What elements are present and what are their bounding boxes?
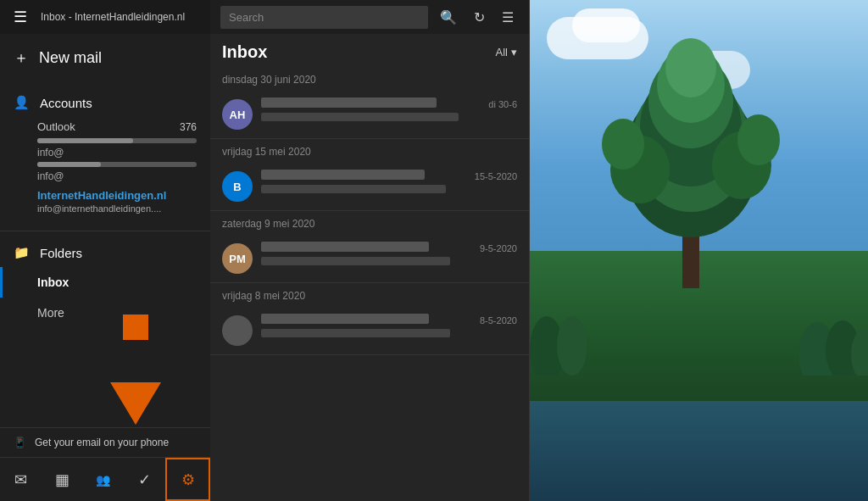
filter-icon: ☰ — [502, 10, 514, 25]
distant-trees — [530, 308, 868, 376]
accounts-label: Accounts — [40, 96, 92, 110]
avatar-4 — [222, 315, 253, 346]
mail-nav-icon: ✉ — [14, 470, 27, 489]
outlook-progress-bar — [37, 138, 197, 143]
bottom-nav: ✉ ▦ 👥 ✓ ⚙ — [0, 457, 210, 501]
calendar-nav-icon: ▦ — [55, 470, 70, 489]
sidebar-bottom: 📱 Get your email on your phone ✉ ▦ 👥 ✓ ⚙ — [0, 427, 210, 501]
info1-bar-fill — [37, 162, 101, 167]
mail-item-1[interactable]: AH di 30-6 — [210, 89, 529, 139]
nav-people-button[interactable]: 👥 — [83, 458, 125, 501]
outlook-name: Outlook — [37, 120, 75, 133]
arrow-overlay — [110, 359, 161, 425]
mail-date-1: di 30-6 — [488, 99, 517, 109]
accounts-section: 👤 Accounts Outlook 376 info@ info@ Inter… — [0, 81, 210, 224]
folders-label: Folders — [40, 246, 82, 260]
date-label-2: vrijdag 15 mei 2020 — [222, 146, 311, 158]
chevron-down-icon: ▾ — [511, 46, 517, 58]
folders-header[interactable]: 📁 Folders — [0, 238, 210, 267]
filter-label: All — [496, 46, 508, 58]
phone-icon: 📱 — [14, 437, 26, 448]
more-label: More — [37, 306, 64, 320]
outlook-badge: 376 — [180, 121, 197, 133]
mail-content-2 — [261, 170, 466, 193]
date-label-1: dinsdag 30 juni 2020 — [222, 74, 316, 86]
mail-body-bar-3 — [261, 257, 450, 265]
avatar-2: B — [222, 171, 253, 202]
avatar-1: AH — [222, 99, 253, 130]
outlook-account-item[interactable]: Outlook 376 — [0, 117, 210, 136]
filter-button[interactable]: ☰ — [497, 6, 519, 29]
mail-body-bar-4 — [261, 329, 450, 337]
tree-svg — [598, 34, 784, 305]
window-title: Inbox - InternetHandleidingen.nl — [41, 11, 185, 23]
mail-body-bar-2 — [261, 185, 446, 193]
date-label-3: zaterdag 9 mei 2020 — [222, 218, 314, 230]
mail-subject-bar-4 — [261, 314, 429, 324]
date-label-4: vrijdag 8 mei 2020 — [222, 290, 305, 302]
search-icon: 🔍 — [440, 10, 457, 25]
svg-point-10 — [737, 114, 780, 165]
inbox-title: Inbox — [222, 42, 267, 62]
background-image — [530, 0, 868, 501]
mail-subject-bar-1 — [261, 97, 437, 108]
mail-panel: 🔍 ↻ ☰ Inbox All ▾ dinsdag 30 juni 2020 A… — [210, 0, 530, 501]
date-separator-1: dinsdag 30 juni 2020 — [210, 67, 529, 89]
svg-point-9 — [602, 119, 644, 170]
info-email-2[interactable]: info@ — [0, 169, 210, 184]
info-email-1[interactable]: info@ — [0, 145, 210, 160]
svg-point-12 — [557, 316, 587, 376]
refresh-icon: ↻ — [474, 10, 485, 25]
mail-item-2[interactable]: B 15-5-2020 — [210, 161, 529, 211]
new-mail-button[interactable]: ＋ New mail — [0, 34, 210, 81]
tasks-nav-icon: ✓ — [138, 470, 151, 489]
avatar-3: PM — [222, 243, 253, 274]
search-input[interactable] — [220, 6, 428, 29]
mail-list: dinsdag 30 juni 2020 AH di 30-6 vrijdag … — [210, 67, 529, 501]
inbox-label: Inbox — [37, 276, 69, 289]
svg-point-6 — [665, 38, 716, 97]
accounts-person-icon: 👤 — [14, 95, 30, 110]
new-mail-icon: ＋ — [14, 47, 29, 68]
get-phone-row[interactable]: 📱 Get your email on your phone — [0, 428, 210, 457]
hamburger-button[interactable]: ☰ — [10, 4, 31, 30]
folders-icon: 📁 — [14, 245, 30, 260]
mail-content-3 — [261, 242, 471, 265]
mail-date-2: 15-5-2020 — [475, 171, 517, 181]
nav-tasks-button[interactable]: ✓ — [124, 458, 165, 501]
mail-body-bar-1 — [261, 113, 459, 121]
nav-calendar-button[interactable]: ▦ — [42, 458, 83, 501]
mail-date-4: 8-5-2020 — [480, 315, 517, 326]
divider-1 — [0, 231, 210, 231]
info1-bar — [37, 162, 197, 167]
right-panel — [530, 0, 868, 501]
internethandleidingen-sub: info@internethandleidingen.... — [0, 203, 210, 217]
accounts-header[interactable]: 👤 Accounts — [0, 88, 210, 117]
date-separator-3: zaterdag 9 mei 2020 — [210, 211, 529, 233]
mail-subject-bar-2 — [261, 170, 425, 180]
mail-item-3[interactable]: PM 9-5-2020 — [210, 233, 529, 283]
mail-content-1 — [261, 97, 480, 121]
internethandleidingen-account[interactable]: InternetHandleidingen.nl — [0, 184, 210, 203]
get-phone-label: Get your email on your phone — [35, 437, 169, 448]
mail-content-4 — [261, 314, 471, 337]
nav-mail-button[interactable]: ✉ — [0, 458, 42, 501]
nav-settings-button[interactable]: ⚙ — [165, 458, 210, 501]
mail-date-3: 9-5-2020 — [480, 243, 517, 253]
search-button[interactable]: 🔍 — [435, 6, 462, 29]
inbox-folder-item[interactable]: Inbox — [0, 267, 210, 298]
water-bg — [530, 401, 868, 501]
outlook-progress-fill — [37, 138, 133, 143]
mail-item-4[interactable]: 8-5-2020 — [210, 305, 529, 355]
sidebar: ☰ Inbox - InternetHandleidingen.nl ＋ New… — [0, 0, 210, 501]
inbox-filter-dropdown[interactable]: All ▾ — [496, 46, 517, 58]
mail-panel-header: 🔍 ↻ ☰ — [210, 0, 529, 34]
more-folder-item[interactable]: More — [0, 298, 210, 328]
people-nav-icon: 👥 — [96, 473, 110, 487]
inbox-header: Inbox All ▾ — [210, 34, 529, 67]
new-mail-label: New mail — [39, 49, 102, 67]
date-separator-2: vrijdag 15 mei 2020 — [210, 139, 529, 161]
arrow-shaft — [123, 315, 148, 340]
refresh-button[interactable]: ↻ — [469, 6, 490, 29]
sidebar-header: ☰ Inbox - InternetHandleidingen.nl — [0, 0, 210, 34]
